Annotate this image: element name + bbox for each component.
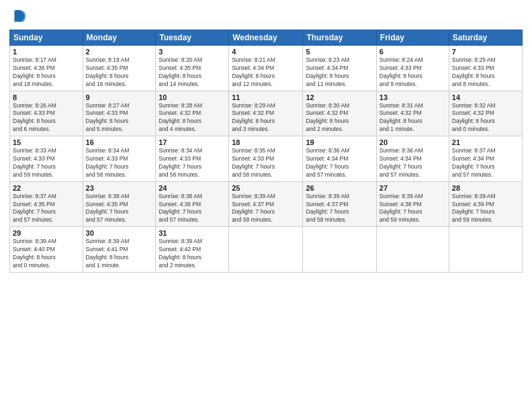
day-cell-16: 16Sunrise: 8:34 AM Sunset: 4:33 PM Dayli…	[83, 136, 156, 182]
weekday-header-saturday: Saturday	[449, 30, 522, 46]
day-number: 19	[306, 138, 373, 146]
day-number: 29	[13, 229, 80, 237]
calendar-table: SundayMondayTuesdayWednesdayThursdayFrid…	[9, 30, 523, 273]
day-cell-12: 12Sunrise: 8:30 AM Sunset: 4:32 PM Dayli…	[303, 91, 376, 136]
day-number: 16	[86, 138, 153, 146]
day-cell-5: 5Sunrise: 8:23 AM Sunset: 4:34 PM Daylig…	[303, 46, 376, 91]
day-info: Sunrise: 8:21 AM Sunset: 4:34 PM Dayligh…	[232, 56, 300, 89]
day-cell-9: 9Sunrise: 8:27 AM Sunset: 4:33 PM Daylig…	[83, 91, 156, 136]
day-cell-8: 8Sunrise: 8:26 AM Sunset: 4:33 PM Daylig…	[10, 91, 83, 136]
day-cell-27: 27Sunrise: 8:39 AM Sunset: 4:38 PM Dayli…	[376, 181, 449, 227]
day-number: 23	[86, 184, 153, 192]
day-info: Sunrise: 8:39 AM Sunset: 4:41 PM Dayligh…	[86, 238, 153, 270]
day-cell-14: 14Sunrise: 8:32 AM Sunset: 4:32 PM Dayli…	[449, 91, 522, 136]
day-number: 12	[306, 93, 373, 101]
day-info: Sunrise: 8:39 AM Sunset: 4:42 PM Dayligh…	[159, 238, 226, 270]
day-info: Sunrise: 8:20 AM Sunset: 4:35 PM Dayligh…	[159, 56, 226, 89]
day-number: 2	[86, 48, 153, 56]
day-info: Sunrise: 8:38 AM Sunset: 4:36 PM Dayligh…	[159, 193, 226, 225]
day-info: Sunrise: 8:35 AM Sunset: 4:33 PM Dayligh…	[232, 147, 300, 179]
week-row-2: 8Sunrise: 8:26 AM Sunset: 4:33 PM Daylig…	[10, 91, 523, 136]
day-info: Sunrise: 8:39 AM Sunset: 4:40 PM Dayligh…	[13, 238, 80, 270]
day-number: 14	[452, 93, 519, 101]
day-cell-6: 6Sunrise: 8:24 AM Sunset: 4:33 PM Daylig…	[376, 46, 449, 91]
day-number: 15	[13, 138, 80, 146]
day-info: Sunrise: 8:26 AM Sunset: 4:33 PM Dayligh…	[13, 102, 80, 134]
day-number: 10	[159, 93, 226, 101]
week-row-4: 22Sunrise: 8:37 AM Sunset: 4:35 PM Dayli…	[10, 181, 523, 227]
day-number: 31	[159, 229, 226, 237]
logo	[9, 7, 31, 26]
week-row-3: 15Sunrise: 8:33 AM Sunset: 4:33 PM Dayli…	[10, 136, 523, 182]
day-info: Sunrise: 8:39 AM Sunset: 4:37 PM Dayligh…	[232, 193, 300, 225]
day-number: 20	[380, 138, 446, 146]
empty-cell	[376, 227, 449, 273]
logo-icon	[9, 7, 28, 26]
day-number: 4	[232, 48, 300, 56]
day-info: Sunrise: 8:27 AM Sunset: 4:33 PM Dayligh…	[86, 102, 153, 134]
day-cell-30: 30Sunrise: 8:39 AM Sunset: 4:41 PM Dayli…	[83, 227, 156, 273]
empty-cell	[229, 227, 303, 273]
day-number: 28	[452, 184, 519, 192]
empty-cell	[303, 227, 376, 273]
day-number: 1	[13, 48, 80, 56]
weekday-header-sunday: Sunday	[10, 30, 83, 46]
day-cell-17: 17Sunrise: 8:34 AM Sunset: 4:33 PM Dayli…	[156, 136, 229, 182]
day-number: 6	[380, 48, 446, 56]
day-number: 24	[159, 184, 226, 192]
day-info: Sunrise: 8:28 AM Sunset: 4:32 PM Dayligh…	[159, 102, 226, 134]
day-info: Sunrise: 8:37 AM Sunset: 4:34 PM Dayligh…	[452, 147, 519, 179]
day-info: Sunrise: 8:25 AM Sunset: 4:33 PM Dayligh…	[452, 56, 519, 89]
day-cell-7: 7Sunrise: 8:25 AM Sunset: 4:33 PM Daylig…	[449, 46, 522, 91]
day-cell-13: 13Sunrise: 8:31 AM Sunset: 4:32 PM Dayli…	[376, 91, 449, 136]
day-cell-18: 18Sunrise: 8:35 AM Sunset: 4:33 PM Dayli…	[229, 136, 303, 182]
day-cell-28: 28Sunrise: 8:39 AM Sunset: 4:39 PM Dayli…	[449, 181, 522, 227]
weekday-header-wednesday: Wednesday	[229, 30, 303, 46]
day-number: 7	[452, 48, 519, 56]
day-info: Sunrise: 8:19 AM Sunset: 4:35 PM Dayligh…	[86, 56, 153, 89]
day-info: Sunrise: 8:39 AM Sunset: 4:37 PM Dayligh…	[306, 193, 373, 225]
day-number: 27	[380, 184, 446, 192]
day-info: Sunrise: 8:32 AM Sunset: 4:32 PM Dayligh…	[452, 102, 519, 134]
day-info: Sunrise: 8:29 AM Sunset: 4:32 PM Dayligh…	[232, 102, 300, 134]
day-info: Sunrise: 8:36 AM Sunset: 4:34 PM Dayligh…	[380, 147, 446, 179]
page: SundayMondayTuesdayWednesdayThursdayFrid…	[0, 0, 532, 411]
day-info: Sunrise: 8:30 AM Sunset: 4:32 PM Dayligh…	[306, 102, 373, 134]
day-number: 17	[159, 138, 226, 146]
weekday-header-tuesday: Tuesday	[156, 30, 229, 46]
day-cell-29: 29Sunrise: 8:39 AM Sunset: 4:40 PM Dayli…	[10, 227, 83, 273]
day-cell-1: 1Sunrise: 8:17 AM Sunset: 4:36 PM Daylig…	[10, 46, 83, 91]
day-number: 8	[13, 93, 80, 101]
day-number: 21	[452, 138, 519, 146]
header	[9, 7, 523, 26]
day-info: Sunrise: 8:17 AM Sunset: 4:36 PM Dayligh…	[13, 56, 80, 89]
day-cell-10: 10Sunrise: 8:28 AM Sunset: 4:32 PM Dayli…	[156, 91, 229, 136]
day-info: Sunrise: 8:23 AM Sunset: 4:34 PM Dayligh…	[306, 56, 373, 89]
day-cell-24: 24Sunrise: 8:38 AM Sunset: 4:36 PM Dayli…	[156, 181, 229, 227]
weekday-header-thursday: Thursday	[303, 30, 376, 46]
day-cell-2: 2Sunrise: 8:19 AM Sunset: 4:35 PM Daylig…	[83, 46, 156, 91]
day-number: 3	[159, 48, 226, 56]
day-info: Sunrise: 8:34 AM Sunset: 4:33 PM Dayligh…	[159, 147, 226, 179]
day-cell-19: 19Sunrise: 8:36 AM Sunset: 4:34 PM Dayli…	[303, 136, 376, 182]
week-row-5: 29Sunrise: 8:39 AM Sunset: 4:40 PM Dayli…	[10, 227, 523, 273]
day-number: 13	[380, 93, 446, 101]
day-number: 25	[232, 184, 300, 192]
day-cell-15: 15Sunrise: 8:33 AM Sunset: 4:33 PM Dayli…	[10, 136, 83, 182]
day-info: Sunrise: 8:33 AM Sunset: 4:33 PM Dayligh…	[13, 147, 80, 179]
day-cell-4: 4Sunrise: 8:21 AM Sunset: 4:34 PM Daylig…	[229, 46, 303, 91]
day-cell-20: 20Sunrise: 8:36 AM Sunset: 4:34 PM Dayli…	[376, 136, 449, 182]
week-row-1: 1Sunrise: 8:17 AM Sunset: 4:36 PM Daylig…	[10, 46, 523, 91]
day-info: Sunrise: 8:34 AM Sunset: 4:33 PM Dayligh…	[86, 147, 153, 179]
weekday-header-monday: Monday	[83, 30, 156, 46]
day-number: 22	[13, 184, 80, 192]
day-number: 26	[306, 184, 373, 192]
day-number: 5	[306, 48, 373, 56]
day-cell-31: 31Sunrise: 8:39 AM Sunset: 4:42 PM Dayli…	[156, 227, 229, 273]
day-number: 11	[232, 93, 300, 101]
day-cell-21: 21Sunrise: 8:37 AM Sunset: 4:34 PM Dayli…	[449, 136, 522, 182]
weekday-header-row: SundayMondayTuesdayWednesdayThursdayFrid…	[10, 30, 523, 46]
day-info: Sunrise: 8:24 AM Sunset: 4:33 PM Dayligh…	[380, 56, 446, 89]
day-cell-22: 22Sunrise: 8:37 AM Sunset: 4:35 PM Dayli…	[10, 181, 83, 227]
day-info: Sunrise: 8:38 AM Sunset: 4:35 PM Dayligh…	[86, 193, 153, 225]
